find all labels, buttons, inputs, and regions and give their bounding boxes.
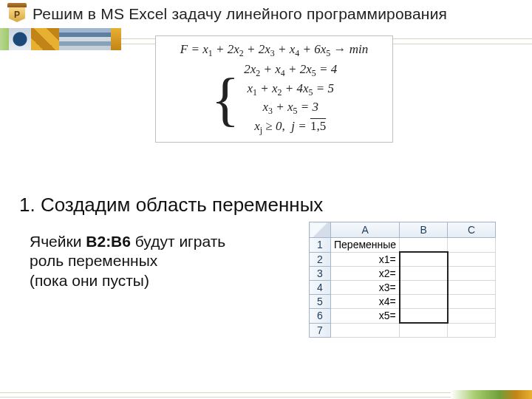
row-header-4[interactable]: 4 — [310, 281, 331, 295]
row-header-7[interactable]: 7 — [310, 323, 331, 338]
cell-B2[interactable] — [400, 252, 448, 267]
cell-B1[interactable] — [400, 238, 448, 253]
cell-A2[interactable]: x1= — [331, 252, 400, 267]
body-paragraph: Ячейки B2:B6 будут играть роль переменны… — [30, 232, 225, 290]
cell-B4[interactable] — [400, 281, 448, 295]
cell-C7[interactable] — [448, 323, 496, 338]
row-header-6[interactable]: 6 — [310, 309, 331, 324]
cell-C1[interactable] — [448, 238, 496, 253]
logo-letter: P — [9, 7, 25, 22]
cell-B6[interactable] — [400, 309, 448, 324]
formula-box: F = x1 + 2x2 + 2x3 + x4 + 6x5 → min { 2x… — [155, 35, 393, 143]
slide-header: P Решим в MS Excel задачу линейного прог… — [0, 0, 532, 25]
body-line2: роль переменных — [30, 252, 157, 269]
cell-C6[interactable] — [448, 309, 496, 324]
table-row: 4 x3= — [310, 281, 496, 295]
curly-brace-icon: { — [211, 72, 239, 126]
row-header-5[interactable]: 5 — [310, 295, 331, 309]
col-header-A[interactable]: A — [331, 222, 400, 238]
body-line1a: Ячейки — [30, 233, 86, 250]
cell-range: B2:B6 — [86, 233, 131, 250]
body-line1c: будут играть — [131, 233, 225, 250]
cell-A7[interactable] — [331, 323, 400, 338]
cell-A6[interactable]: x5= — [331, 309, 400, 324]
footer-stripe — [0, 390, 532, 399]
constraint-1: 2x2 + x4 + 2x5 = 4 — [244, 62, 337, 79]
constraint-3: x3 + x5 = 3 — [244, 100, 337, 117]
select-all-corner[interactable] — [310, 222, 331, 238]
constraint-system: { 2x2 + x4 + 2x5 = 4 x1 + x2 + 4x5 = 5 x… — [163, 61, 385, 137]
objective-function: F = x1 + 2x2 + 2x3 + x4 + 6x5 → min — [163, 42, 385, 59]
constraint-2: x1 + x2 + 4x5 = 5 — [244, 81, 337, 98]
cell-C3[interactable] — [448, 267, 496, 281]
table-row: 5 x4= — [310, 295, 496, 309]
table-row: 1 Переменные — [310, 238, 496, 253]
cell-A3[interactable]: x2= — [331, 267, 400, 281]
cell-A1[interactable]: Переменные — [331, 238, 400, 253]
cell-B3[interactable] — [400, 267, 448, 281]
body-line3: (пока они пусты) — [30, 272, 149, 289]
section-heading: 1. Создадим область переменных — [19, 194, 323, 216]
cell-A4[interactable]: x3= — [331, 281, 400, 295]
cell-C4[interactable] — [448, 281, 496, 295]
cell-B7[interactable] — [400, 323, 448, 338]
row-header-1[interactable]: 1 — [310, 238, 331, 253]
constraint-4: xj ≥ 0, j = 1,5 — [244, 119, 337, 136]
cell-C5[interactable] — [448, 295, 496, 309]
table-row: 7 — [310, 323, 496, 338]
table-row: 6 x5= — [310, 309, 496, 324]
cell-A5[interactable]: x4= — [331, 295, 400, 309]
row-header-2[interactable]: 2 — [310, 252, 331, 267]
cell-B5[interactable] — [400, 295, 448, 309]
table-row: 3 x2= — [310, 267, 496, 281]
header-row: A B C — [310, 222, 496, 238]
col-header-B[interactable]: B — [400, 222, 448, 238]
excel-grid: A B C 1 Переменные 2 x1= 3 x2= 4 x3= 5 x… — [309, 222, 496, 338]
cell-C2[interactable] — [448, 252, 496, 267]
col-header-C[interactable]: C — [448, 222, 496, 238]
table-row: 2 x1= — [310, 252, 496, 267]
row-header-3[interactable]: 3 — [310, 267, 331, 281]
page-title: Решим в MS Excel задачу линейного програ… — [33, 5, 447, 23]
pennant-logo: P — [7, 3, 27, 25]
